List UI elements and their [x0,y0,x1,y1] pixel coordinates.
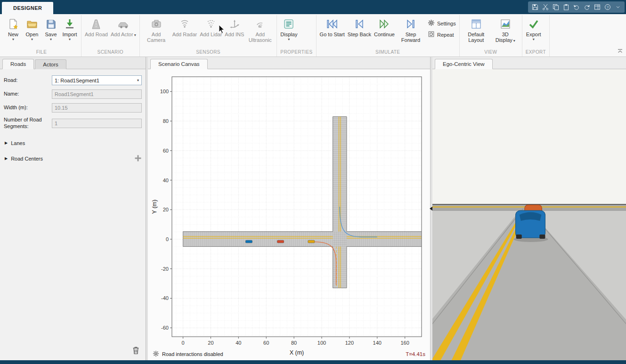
help-icon[interactable]: ? [603,3,612,12]
export-button[interactable]: Export ▾ [525,16,543,41]
ribbon-section-simulate: Go to Start Step Back Continue Step Forw… [317,15,460,57]
ego-tabs: Ego-Centric View [432,57,626,69]
save-icon[interactable] [530,3,539,12]
3d-display-icon [500,17,511,31]
toolbar-options-chevron-icon[interactable] [613,3,622,12]
quick-access-toolbar: ? [528,1,625,13]
new-button[interactable]: New ▾ [4,16,22,41]
add-ultrasonic-button-label: Add Ultrasonic [247,32,273,43]
step-back-button[interactable]: Step Back [347,16,372,37]
undo-icon[interactable] [572,3,581,12]
lanes-section-toggle[interactable]: ▶ Lanes [5,140,142,146]
chevron-right-icon: ▶ [5,156,8,161]
canvas-tabs: Scenario Canvas [148,57,430,69]
go-to-start-button[interactable]: Go to Start [319,16,346,37]
scenario-canvas-panel: Scenario Canvas 020406080100120140160-60… [148,57,431,360]
repeat-toggle[interactable]: Repeat [428,31,456,39]
chevron-down-icon: ▾ [137,78,139,82]
road-label: Road: [4,77,52,84]
chevron-down-icon: ▾ [533,38,535,41]
scenario-plot-svg: 020406080100120140160-60-40-200204060801… [150,70,428,358]
designer-ribbon-tab[interactable]: DESIGNER [2,2,53,14]
window-layout-icon[interactable] [593,3,602,12]
ego-view-3d[interactable] [432,69,626,360]
continue-button[interactable]: Continue [373,16,396,37]
repeat-icon [428,31,435,39]
import-button[interactable]: Import ▾ [61,16,79,41]
settings-button-label: Settings [437,21,456,26]
add-actor-button[interactable]: Add Actor▾ [110,16,137,38]
paste-icon[interactable] [561,3,570,12]
road-select[interactable]: 1: Road1Segment1 ▾ [52,75,142,85]
tab-roads[interactable]: Roads [2,59,34,69]
width-field[interactable] [52,103,142,113]
road-centers-section-toggle[interactable]: ▶ Road Centers [5,156,43,162]
ribbon-section-view: Default Layout 3D Display▾ VIEW [460,15,522,57]
cut-icon[interactable] [541,3,550,12]
scenario-plot[interactable]: 020406080100120140160-60-40-200204060801… [148,69,430,360]
road-interactions-gear-icon[interactable] [153,350,159,358]
add-lidar-button-label: Add Lidar [200,32,222,37]
chevron-down-icon: ▾ [12,38,14,41]
settings-button[interactable]: Settings [428,19,456,27]
ribbon-section-sensors: Add Camera Add Radar Add Lidar Add INS A… [140,15,277,57]
tab-actors[interactable]: Actors [35,59,66,69]
delete-road-button[interactable] [132,346,140,356]
svg-text:100: 100 [317,340,326,346]
main-area: Roads Actors Road: 1: Road1Segment1 ▾ Na… [0,57,626,360]
segments-field[interactable] [52,119,142,128]
chevron-down-icon: ▾ [134,33,136,37]
go-to-start-icon [326,17,338,31]
add-road-button[interactable]: Add Road [84,16,109,37]
add-ins-button[interactable]: Add INS [224,16,245,37]
copy-icon[interactable] [551,3,560,12]
open-button[interactable]: Open ▾ [23,16,41,41]
3d-display-button[interactable]: 3D Display▾ [491,16,520,43]
roads-properties-panel: Roads Actors Road: 1: Road1Segment1 ▾ Na… [0,57,146,360]
import-button-label: Import [62,32,77,37]
go-to-start-button-label: Go to Start [320,32,345,37]
section-label-sensors: SENSORS [142,48,275,57]
add-radar-button[interactable]: Add Radar [171,16,198,37]
add-ultrasonic-button[interactable]: Add Ultrasonic [246,16,274,43]
continue-icon [378,17,390,31]
default-layout-button[interactable]: Default Layout [462,16,490,43]
section-label-properties: PROPERTIES [279,48,313,57]
svg-text:-20: -20 [161,266,169,272]
add-road-center-button[interactable] [134,154,142,163]
ribbon-section-file: New ▾ Open ▾ Save ▾ Import ▾ [2,15,81,57]
section-label-file: FILE [4,48,79,57]
svg-text:80: 80 [163,118,169,124]
driving-scenario-designer-window: DESIGNER ? New ▾ Open [0,0,626,364]
name-field[interactable] [52,89,142,99]
step-forward-button[interactable]: Step Forward [397,16,425,43]
ribbon-section-properties: Display ▾ PROPERTIES [277,15,316,57]
chevron-down-icon: ▾ [31,38,33,41]
ego-vehicle-rear[interactable] [516,210,545,239]
svg-text:40: 40 [236,340,241,346]
svg-text:0: 0 [181,340,184,346]
save-button[interactable]: Save ▾ [42,16,60,41]
export-check-icon [528,17,539,31]
collapse-ribbon-icon[interactable] [617,47,623,55]
open-button-label: Open [26,32,39,37]
chevron-down-icon: ▾ [288,38,290,41]
tab-scenario-canvas[interactable]: Scenario Canvas [150,59,208,69]
display-button[interactable]: Display ▾ [279,16,298,41]
camera-icon [151,17,162,31]
svg-text:80: 80 [291,340,297,346]
width-label: Width (m): [4,105,52,111]
step-back-icon [354,17,365,31]
ego-view-svg [432,69,626,360]
road-select-value: 1: Road1Segment1 [55,78,99,83]
chevron-down-icon: ▾ [513,39,515,43]
tab-ego-centric-view[interactable]: Ego-Centric View [435,59,493,69]
add-camera-button[interactable]: Add Camera [142,16,171,43]
chevron-right-icon: ▶ [5,141,8,145]
ego-vehicle-right-wheel [539,235,545,239]
radar-icon [179,17,190,31]
redo-icon[interactable] [582,3,591,12]
svg-text:160: 160 [400,340,409,346]
add-lidar-button[interactable]: Add Lidar [199,16,223,37]
section-label-export: EXPORT [525,48,547,57]
